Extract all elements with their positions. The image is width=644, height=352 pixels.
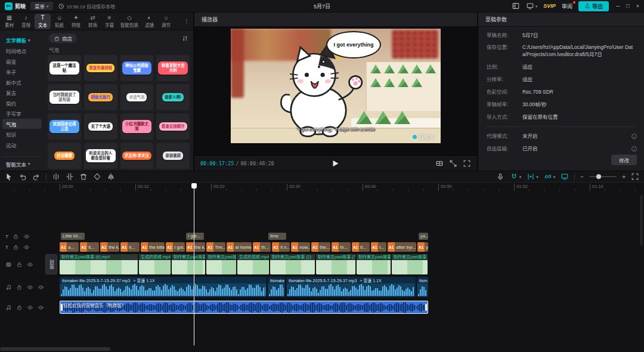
review-button[interactable]: 审阅 (562, 2, 572, 10)
video-clip[interactable]: 制作美文past故事 (6).mp4 (60, 254, 138, 274)
subtitle-clip[interactable]: A1the kitte... (141, 242, 165, 252)
subtitle-clip[interactable]: A1a... (60, 242, 79, 252)
text-template-card[interactable]: 对话气泡 (120, 84, 154, 110)
tab-sticker[interactable]: ☺贴纸 (51, 14, 67, 29)
ratio-icon[interactable] (435, 159, 444, 168)
linkage-toggle[interactable]: ▾ (544, 172, 556, 181)
tab-smart-pack[interactable]: ◇智能包装 (118, 14, 141, 29)
zoom-slider[interactable] (589, 176, 617, 177)
fit-screen-icon[interactable] (449, 159, 457, 168)
subtitle-clip[interactable]: A1at home (227, 242, 252, 252)
eye-icon[interactable] (27, 261, 33, 268)
subtitle-clip[interactable]: A1Tim... (206, 242, 225, 252)
video-clip[interactable]: 生成的视频.mp4 (139, 254, 171, 274)
text-template-card[interactable]: 求支持!求关注 (120, 143, 154, 169)
record-audio-button[interactable] (496, 172, 504, 181)
category-knowledge[interactable]: 知识 (2, 129, 42, 140)
vertical-scrollbar[interactable] (640, 195, 643, 246)
category-retro[interactable]: 复古 (2, 88, 42, 98)
text-template-card[interactable]: 小红书爆款文案 (120, 113, 154, 140)
subtitle-clip[interactable]: A1I got... (166, 242, 185, 252)
tab-audio[interactable]: ♪音频 (18, 14, 34, 29)
audio-clip[interactable]: ttsmaker-f (268, 277, 285, 297)
music-clip-selected[interactable]: 轻松欢快的宠物音乐（鸭脖版） (60, 301, 428, 314)
menu-button[interactable]: 菜单 ▾ (30, 2, 53, 10)
info-icon[interactable]: i (631, 134, 637, 139)
audio-clip[interactable]: ttsmaker-file-2025-5-7-15-29-37.mp3变速 1.… (60, 277, 267, 297)
text-template-card[interactable]: 听说关注的人都会变好看 (84, 143, 117, 169)
video-clip[interactable]: 制作美文past故事 (7) (316, 254, 356, 274)
preview-axis-toggle[interactable] (561, 172, 569, 181)
auto-snap-toggle[interactable]: ▾ (527, 172, 538, 181)
subtitle-clip[interactable]: A1after tryi... (388, 242, 416, 252)
mirror-tool[interactable] (107, 172, 115, 181)
text-template-card[interactable]: 当时我就说了这句话 (48, 84, 81, 110)
category-bubble[interactable]: 气泡 (2, 119, 42, 129)
fullscreen-icon[interactable] (463, 159, 471, 168)
svip-badge[interactable]: SVIP (543, 3, 556, 9)
info-icon[interactable]: i (631, 146, 637, 152)
store-button[interactable]: 商店 (49, 33, 77, 43)
redo-button[interactable] (32, 172, 41, 181)
speaker-icon[interactable] (38, 284, 44, 291)
subtitle-clip[interactable]: A1th... (253, 242, 271, 252)
subtitle-clip[interactable]: A1the k... (100, 242, 119, 252)
close-button[interactable]: × (636, 3, 639, 9)
video-clip[interactable]: 制作美文past故事.png00:00:08:16 (172, 254, 206, 274)
text-template-card[interactable]: 这是一个魔法贴 (48, 55, 81, 81)
sort-icon[interactable] (182, 35, 188, 42)
maximize-button[interactable]: □ (626, 3, 629, 9)
category-simple[interactable]: 简约 (2, 98, 42, 108)
eye-icon[interactable] (23, 244, 30, 251)
subtitle-clip[interactable]: A1it... (80, 242, 99, 252)
video-clip[interactable]: 制作美文past故事 (4) (392, 254, 428, 274)
tab-caption[interactable]: ≡字幕 (101, 14, 117, 29)
select-tool[interactable] (5, 172, 13, 181)
subtitle-clip[interactable]: A1th... (332, 242, 351, 252)
tab-text[interactable]: T文本 (35, 14, 51, 29)
subtitle-clip[interactable]: A1it n... (272, 242, 290, 252)
timeline-ruler[interactable]: 00:0000:1000:2000:3000:4000:5001:0001:10 (0, 183, 644, 191)
export-button[interactable]: 导出 (578, 1, 609, 11)
video-clip[interactable]: 制作美文past故事 (5) (206, 254, 237, 274)
text-template-card[interactable]: 欢迎回来记得三连 (48, 113, 81, 140)
text-template-card[interactable]: 超级无敌巧 (84, 84, 117, 110)
audio-clip[interactable]: ttsmaker-file-2025-5-7-15-29-37.mp3变速 1.… (286, 277, 416, 297)
eye-icon[interactable] (27, 304, 33, 311)
play-button[interactable] (333, 160, 339, 166)
layout-panels-icon[interactable] (512, 2, 520, 10)
text-template-card[interactable]: 无了个大语 (84, 113, 117, 140)
modify-button[interactable]: 修改 (611, 155, 637, 165)
display-mode-button[interactable]: ▾ (526, 2, 538, 10)
video-clip[interactable]: 制作美文past故事 (3) (357, 254, 391, 274)
lock-icon[interactable] (13, 233, 19, 240)
category-time-place[interactable]: 时间地点 (2, 46, 42, 56)
zoom-slider-knob[interactable] (596, 174, 601, 179)
subtitle-clip[interactable]: A1the k... (186, 242, 205, 252)
fit-timeline-button[interactable] (631, 172, 639, 181)
text-template-card[interactable]: 好运爆棚 (48, 143, 81, 169)
subtitle-clip[interactable]: A1ya... (417, 242, 428, 252)
text-clip[interactable]: Little kit... (61, 233, 85, 240)
category-sport[interactable]: 运动 (2, 140, 42, 150)
category-pet[interactable]: 萌宠 (2, 56, 42, 66)
split-all-tool[interactable] (66, 172, 74, 181)
video-preview[interactable]: I got everything "I got everything," it … (231, 29, 441, 143)
cover-button[interactable]: 封面 (45, 254, 57, 274)
text-template-card[interactable]: 谁家人啊! (156, 84, 190, 110)
speaker-icon[interactable] (38, 304, 44, 311)
mask-tool[interactable] (93, 172, 101, 181)
subtitle-clip[interactable]: A1ti... (352, 242, 370, 252)
eye-icon[interactable] (23, 233, 30, 240)
category-neo-chinese[interactable]: 新中式 (2, 77, 42, 87)
text-clip[interactable]: I got... (186, 233, 204, 240)
tab-filter[interactable]: ◐滤镜 (141, 14, 157, 29)
text-template-card[interactable]: 我宣布搞钱啦 (84, 55, 117, 81)
group-smart-text[interactable]: 智能文本 ▾ (2, 156, 42, 169)
text-template-card[interactable]: 是谁见钱眼开 (156, 113, 190, 140)
zoom-in-button[interactable]: + (622, 174, 626, 180)
tab-adjust[interactable]: ☼调节 (158, 14, 174, 29)
playhead-handle[interactable] (191, 183, 197, 189)
text-template-card[interactable]: 恭喜发财大吉大利 (156, 55, 190, 81)
split-tool[interactable] (52, 172, 60, 181)
